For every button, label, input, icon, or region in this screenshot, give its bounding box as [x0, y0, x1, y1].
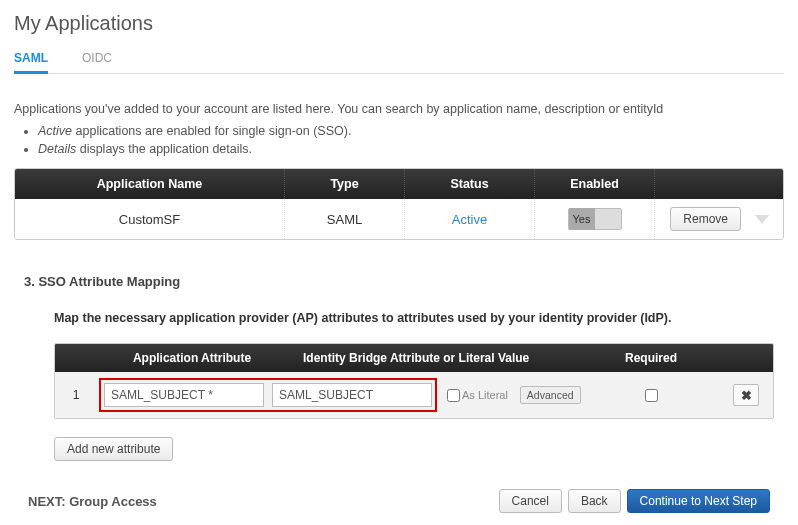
required-checkbox[interactable]: [645, 389, 658, 402]
intro-bullet: Active applications are enabled for sing…: [38, 124, 784, 138]
application-attribute-input[interactable]: [104, 383, 264, 407]
highlighted-inputs: [99, 378, 437, 412]
next-step-label: NEXT: Group Access: [28, 494, 157, 509]
application-row: CustomSF SAML Active Yes Remove: [15, 199, 783, 239]
delete-row-icon[interactable]: ✖: [733, 384, 759, 406]
app-enabled-cell: Yes: [535, 199, 655, 239]
cancel-button[interactable]: Cancel: [499, 489, 562, 513]
applications-table: Application Name Type Status Enabled Cus…: [14, 168, 784, 240]
intro-lead: Applications you've added to your accoun…: [14, 102, 784, 116]
col-header-status: Status: [405, 169, 535, 199]
page-title: My Applications: [14, 12, 784, 35]
as-literal-option[interactable]: As Literal: [447, 389, 508, 402]
add-new-attribute-button[interactable]: Add new attribute: [54, 437, 173, 461]
intro-em: Details: [38, 142, 76, 156]
col-header-enabled: Enabled: [535, 169, 655, 199]
required-cell: [587, 389, 717, 402]
attr-col-app: Application Attribute: [89, 344, 295, 372]
section-title: 3. SSO Attribute Mapping: [24, 274, 774, 289]
col-header-name: Application Name: [15, 169, 285, 199]
intro-rest: applications are enabled for single sign…: [72, 124, 351, 138]
attr-col-actions: [727, 344, 773, 372]
attr-col-idx: [55, 344, 89, 372]
enabled-toggle[interactable]: Yes: [568, 208, 622, 230]
as-literal-checkbox[interactable]: [447, 389, 460, 402]
attribute-table: Application Attribute Identity Bridge At…: [54, 343, 774, 419]
attr-index: 1: [59, 388, 93, 402]
identity-bridge-attribute-input[interactable]: [272, 383, 432, 407]
as-literal-label: As Literal: [462, 389, 508, 401]
attr-col-required: Required: [575, 344, 727, 372]
intro-bullet: Details displays the application details…: [38, 142, 784, 156]
attr-col-idp: Identity Bridge Attribute or Literal Val…: [295, 344, 575, 372]
remove-button[interactable]: Remove: [670, 207, 741, 231]
sso-mapping-section: 3. SSO Attribute Mapping Map the necessa…: [14, 274, 784, 513]
app-type-cell: SAML: [285, 199, 405, 239]
tabs-bar: SAML OIDC: [14, 43, 784, 74]
back-button[interactable]: Back: [568, 489, 621, 513]
tab-oidc[interactable]: OIDC: [82, 47, 112, 73]
tab-saml[interactable]: SAML: [14, 47, 48, 73]
section-desc: Map the necessary application provider (…: [54, 311, 774, 325]
app-name-cell: CustomSF: [15, 199, 285, 239]
attribute-row: 1 As Literal Advanced ✖: [55, 372, 773, 418]
expand-chevron-icon[interactable]: [755, 215, 769, 224]
app-status-cell: Active: [405, 199, 535, 239]
intro-rest: displays the application details.: [76, 142, 252, 156]
wizard-footer: NEXT: Group Access Cancel Back Continue …: [24, 489, 774, 513]
intro-em: Active: [38, 124, 72, 138]
advanced-button[interactable]: Advanced: [520, 386, 581, 404]
toggle-yes-label: Yes: [569, 208, 595, 230]
col-header-type: Type: [285, 169, 405, 199]
col-header-actions: [655, 169, 783, 199]
continue-button[interactable]: Continue to Next Step: [627, 489, 770, 513]
status-link[interactable]: Active: [452, 212, 487, 227]
intro-block: Applications you've added to your accoun…: [14, 102, 784, 156]
